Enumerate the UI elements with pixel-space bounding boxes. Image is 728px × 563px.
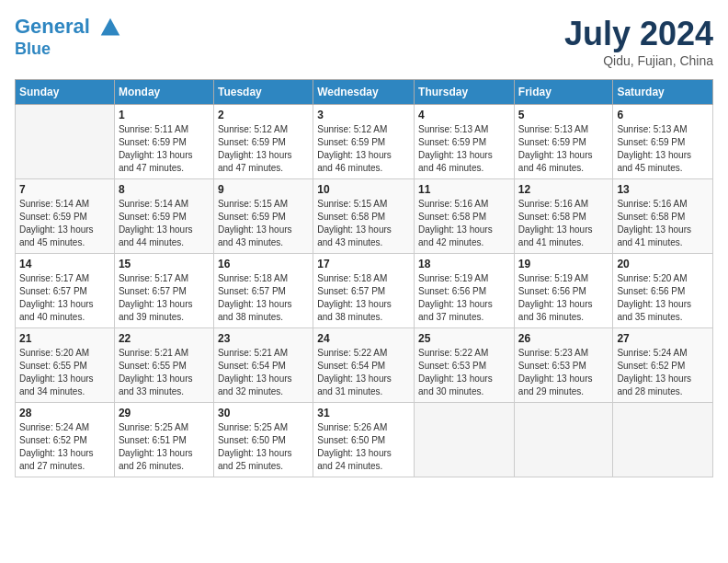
calendar-cell: 15Sunrise: 5:17 AM Sunset: 6:57 PM Dayli…: [114, 254, 213, 328]
day-info: Sunrise: 5:16 AM Sunset: 6:58 PM Dayligh…: [418, 198, 510, 249]
calendar-cell: 12Sunrise: 5:16 AM Sunset: 6:58 PM Dayli…: [514, 179, 613, 254]
week-row-4: 21Sunrise: 5:20 AM Sunset: 6:55 PM Dayli…: [16, 328, 713, 403]
title-block: July 2024 Qidu, Fujian, China: [564, 15, 713, 68]
calendar-cell: 8Sunrise: 5:14 AM Sunset: 6:59 PM Daylig…: [114, 179, 213, 254]
calendar-cell: 18Sunrise: 5:19 AM Sunset: 6:56 PM Dayli…: [415, 254, 515, 328]
col-header-sunday: Sunday: [16, 80, 115, 105]
day-info: Sunrise: 5:22 AM Sunset: 6:54 PM Dayligh…: [317, 347, 410, 398]
calendar-cell: 5Sunrise: 5:13 AM Sunset: 6:59 PM Daylig…: [514, 105, 613, 179]
calendar-cell: 14Sunrise: 5:17 AM Sunset: 6:57 PM Dayli…: [16, 254, 115, 328]
day-info: Sunrise: 5:21 AM Sunset: 6:54 PM Dayligh…: [218, 347, 309, 398]
day-number: 21: [19, 332, 110, 345]
month-title: July 2024: [564, 15, 713, 53]
calendar-cell: 16Sunrise: 5:18 AM Sunset: 6:57 PM Dayli…: [213, 254, 313, 328]
day-info: Sunrise: 5:14 AM Sunset: 6:59 PM Dayligh…: [19, 198, 110, 249]
day-number: 1: [119, 109, 210, 121]
location-subtitle: Qidu, Fujian, China: [564, 53, 713, 68]
calendar-cell: 30Sunrise: 5:25 AM Sunset: 6:50 PM Dayli…: [213, 403, 313, 477]
day-number: 6: [617, 109, 709, 121]
day-info: Sunrise: 5:22 AM Sunset: 6:53 PM Dayligh…: [418, 347, 510, 398]
day-info: Sunrise: 5:20 AM Sunset: 6:55 PM Dayligh…: [19, 347, 110, 398]
col-header-thursday: Thursday: [415, 80, 515, 105]
calendar-cell: 10Sunrise: 5:15 AM Sunset: 6:58 PM Dayli…: [313, 179, 415, 254]
calendar-cell: 6Sunrise: 5:13 AM Sunset: 6:59 PM Daylig…: [613, 105, 713, 179]
day-info: Sunrise: 5:19 AM Sunset: 6:56 PM Dayligh…: [518, 272, 609, 324]
day-info: Sunrise: 5:17 AM Sunset: 6:57 PM Dayligh…: [119, 272, 210, 324]
day-number: 12: [518, 183, 609, 196]
col-header-wednesday: Wednesday: [313, 80, 415, 105]
calendar-cell: 7Sunrise: 5:14 AM Sunset: 6:59 PM Daylig…: [16, 179, 115, 254]
calendar-cell: 25Sunrise: 5:22 AM Sunset: 6:53 PM Dayli…: [415, 328, 515, 403]
calendar-cell: 9Sunrise: 5:15 AM Sunset: 6:59 PM Daylig…: [213, 179, 313, 254]
calendar-cell: 21Sunrise: 5:20 AM Sunset: 6:55 PM Dayli…: [16, 328, 115, 403]
calendar-header: SundayMondayTuesdayWednesdayThursdayFrid…: [16, 80, 713, 105]
calendar-cell: [16, 105, 115, 179]
day-number: 23: [218, 332, 309, 345]
calendar-cell: 20Sunrise: 5:20 AM Sunset: 6:56 PM Dayli…: [613, 254, 713, 328]
day-number: 9: [218, 183, 309, 196]
day-number: 2: [218, 109, 309, 121]
day-info: Sunrise: 5:17 AM Sunset: 6:57 PM Dayligh…: [19, 272, 110, 324]
day-info: Sunrise: 5:13 AM Sunset: 6:59 PM Dayligh…: [418, 123, 510, 175]
day-info: Sunrise: 5:25 AM Sunset: 6:50 PM Dayligh…: [218, 421, 309, 473]
day-number: 3: [317, 109, 410, 121]
calendar-cell: 27Sunrise: 5:24 AM Sunset: 6:52 PM Dayli…: [613, 328, 713, 403]
day-number: 29: [119, 407, 210, 419]
calendar-cell: 28Sunrise: 5:24 AM Sunset: 6:52 PM Dayli…: [16, 403, 115, 477]
calendar-cell: [415, 403, 515, 477]
col-header-monday: Monday: [114, 80, 213, 105]
day-info: Sunrise: 5:16 AM Sunset: 6:58 PM Dayligh…: [617, 198, 709, 249]
calendar-cell: 29Sunrise: 5:25 AM Sunset: 6:51 PM Dayli…: [114, 403, 213, 477]
day-info: Sunrise: 5:18 AM Sunset: 6:57 PM Dayligh…: [317, 272, 410, 324]
week-row-5: 28Sunrise: 5:24 AM Sunset: 6:52 PM Dayli…: [16, 403, 713, 477]
day-info: Sunrise: 5:20 AM Sunset: 6:56 PM Dayligh…: [617, 272, 709, 324]
calendar-cell: 3Sunrise: 5:12 AM Sunset: 6:59 PM Daylig…: [313, 105, 415, 179]
day-info: Sunrise: 5:25 AM Sunset: 6:51 PM Dayligh…: [119, 421, 210, 473]
day-info: Sunrise: 5:24 AM Sunset: 6:52 PM Dayligh…: [19, 421, 110, 473]
day-number: 5: [518, 109, 609, 121]
day-number: 10: [317, 183, 410, 196]
day-number: 26: [518, 332, 609, 345]
day-info: Sunrise: 5:18 AM Sunset: 6:57 PM Dayligh…: [218, 272, 309, 324]
logo: General Blue: [15, 15, 123, 59]
calendar-cell: 4Sunrise: 5:13 AM Sunset: 6:59 PM Daylig…: [415, 105, 515, 179]
day-number: 11: [418, 183, 510, 196]
day-number: 8: [119, 183, 210, 196]
day-number: 15: [119, 258, 210, 270]
day-number: 28: [19, 407, 110, 419]
calendar-cell: 31Sunrise: 5:26 AM Sunset: 6:50 PM Dayli…: [313, 403, 415, 477]
col-header-friday: Friday: [514, 80, 613, 105]
day-number: 18: [418, 258, 510, 270]
calendar-cell: 11Sunrise: 5:16 AM Sunset: 6:58 PM Dayli…: [415, 179, 515, 254]
day-info: Sunrise: 5:14 AM Sunset: 6:59 PM Dayligh…: [119, 198, 210, 249]
calendar-cell: 17Sunrise: 5:18 AM Sunset: 6:57 PM Dayli…: [313, 254, 415, 328]
day-number: 22: [119, 332, 210, 345]
day-number: 4: [418, 109, 510, 121]
calendar-cell: 26Sunrise: 5:23 AM Sunset: 6:53 PM Dayli…: [514, 328, 613, 403]
day-number: 27: [617, 332, 709, 345]
day-info: Sunrise: 5:13 AM Sunset: 6:59 PM Dayligh…: [518, 123, 609, 175]
day-number: 13: [617, 183, 709, 196]
day-number: 24: [317, 332, 410, 345]
calendar-cell: [613, 403, 713, 477]
day-info: Sunrise: 5:26 AM Sunset: 6:50 PM Dayligh…: [317, 421, 410, 473]
day-number: 17: [317, 258, 410, 270]
col-header-tuesday: Tuesday: [213, 80, 313, 105]
day-info: Sunrise: 5:16 AM Sunset: 6:58 PM Dayligh…: [518, 198, 609, 249]
calendar-cell: 22Sunrise: 5:21 AM Sunset: 6:55 PM Dayli…: [114, 328, 213, 403]
day-info: Sunrise: 5:19 AM Sunset: 6:56 PM Dayligh…: [418, 272, 510, 324]
calendar-cell: 24Sunrise: 5:22 AM Sunset: 6:54 PM Dayli…: [313, 328, 415, 403]
day-number: 20: [617, 258, 709, 270]
col-header-saturday: Saturday: [613, 80, 713, 105]
day-info: Sunrise: 5:15 AM Sunset: 6:59 PM Dayligh…: [218, 198, 309, 249]
calendar-cell: 13Sunrise: 5:16 AM Sunset: 6:58 PM Dayli…: [613, 179, 713, 254]
day-number: 30: [218, 407, 309, 419]
day-number: 7: [19, 183, 110, 196]
day-info: Sunrise: 5:24 AM Sunset: 6:52 PM Dayligh…: [617, 347, 709, 398]
day-number: 16: [218, 258, 309, 270]
day-info: Sunrise: 5:11 AM Sunset: 6:59 PM Dayligh…: [119, 123, 210, 175]
day-info: Sunrise: 5:15 AM Sunset: 6:58 PM Dayligh…: [317, 198, 410, 249]
calendar-cell: 2Sunrise: 5:12 AM Sunset: 6:59 PM Daylig…: [213, 105, 313, 179]
svg-marker-0: [101, 18, 120, 36]
day-info: Sunrise: 5:12 AM Sunset: 6:59 PM Dayligh…: [317, 123, 410, 175]
